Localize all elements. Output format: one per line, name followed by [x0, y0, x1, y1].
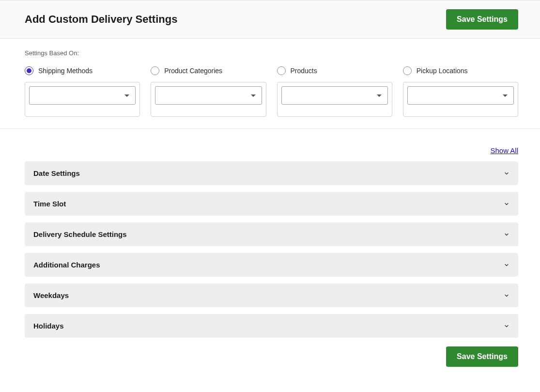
option-products: Products — [277, 66, 392, 128]
radio-label: Product Categories — [164, 67, 222, 75]
caret-down-icon — [503, 94, 508, 97]
accordion-additional-charges[interactable]: Additional Charges — [25, 253, 518, 277]
option-product-categories: Product Categories — [151, 66, 266, 128]
chevron-down-icon — [504, 323, 509, 329]
chevron-down-icon — [504, 293, 509, 298]
page-title: Add Custom Delivery Settings — [25, 13, 177, 26]
show-all-link[interactable]: Show All — [490, 146, 518, 155]
radio-circle-icon — [25, 66, 33, 75]
dropdown-pickup-locations-container — [403, 82, 518, 117]
radio-dot-icon — [27, 68, 31, 73]
accordion-title: Delivery Schedule Settings — [33, 230, 127, 238]
radio-product-categories[interactable]: Product Categories — [151, 66, 266, 75]
show-all-row: Show All — [25, 129, 518, 161]
accordion-holidays[interactable]: Holidays — [25, 314, 518, 338]
radio-label: Pickup Locations — [417, 67, 468, 75]
caret-down-icon — [251, 94, 256, 97]
radio-label: Shipping Methods — [38, 67, 93, 75]
accordion-weekdays[interactable]: Weekdays — [25, 283, 518, 307]
sections-area: Show All Date Settings Time Slot Deliver… — [0, 129, 540, 338]
chevron-down-icon — [504, 201, 509, 207]
accordion-title: Date Settings — [33, 169, 80, 177]
dropdown-shipping-methods-container — [25, 82, 140, 117]
caret-down-icon — [124, 94, 129, 97]
dropdown-products-container — [277, 82, 392, 117]
option-pickup-locations: Pickup Locations — [403, 66, 518, 128]
radio-products[interactable]: Products — [277, 66, 392, 75]
radio-circle-icon — [403, 66, 412, 75]
radio-circle-icon — [277, 66, 286, 75]
accordion-delivery-schedule-settings[interactable]: Delivery Schedule Settings — [25, 222, 518, 246]
caret-down-icon — [377, 94, 382, 97]
dropdown-product-categories[interactable] — [155, 86, 262, 105]
dropdown-pickup-locations[interactable] — [407, 86, 514, 105]
radio-label: Products — [291, 67, 317, 75]
accordion-title: Additional Charges — [33, 261, 100, 269]
chevron-down-icon — [504, 232, 509, 237]
footer-save-row: Save Settings — [0, 338, 540, 367]
header-bar: Add Custom Delivery Settings Save Settin… — [0, 0, 540, 39]
radio-pickup-locations[interactable]: Pickup Locations — [403, 66, 518, 75]
dropdown-products[interactable] — [281, 86, 388, 105]
chevron-down-icon — [504, 262, 509, 268]
save-settings-button-bottom[interactable]: Save Settings — [446, 346, 518, 367]
radio-shipping-methods[interactable]: Shipping Methods — [25, 66, 140, 75]
settings-based-on-options: Shipping Methods Product Categories — [25, 66, 518, 128]
accordion-title: Holidays — [33, 322, 64, 330]
dropdown-product-categories-container — [151, 82, 266, 117]
dropdown-shipping-methods[interactable] — [29, 86, 136, 105]
option-shipping-methods: Shipping Methods — [25, 66, 140, 128]
radio-circle-icon — [151, 66, 159, 75]
accordion-time-slot[interactable]: Time Slot — [25, 192, 518, 216]
accordion-title: Weekdays — [33, 291, 69, 299]
chevron-down-icon — [504, 171, 509, 176]
accordion-group: Date Settings Time Slot Delivery Schedul… — [25, 161, 518, 338]
accordion-title: Time Slot — [33, 200, 66, 208]
settings-based-on-label: Settings Based On: — [25, 49, 518, 57]
save-settings-button-top[interactable]: Save Settings — [446, 9, 518, 30]
content-area: Settings Based On: Shipping Methods Prod… — [0, 39, 540, 386]
settings-based-on-section: Settings Based On: Shipping Methods Prod… — [0, 39, 540, 129]
accordion-date-settings[interactable]: Date Settings — [25, 161, 518, 185]
